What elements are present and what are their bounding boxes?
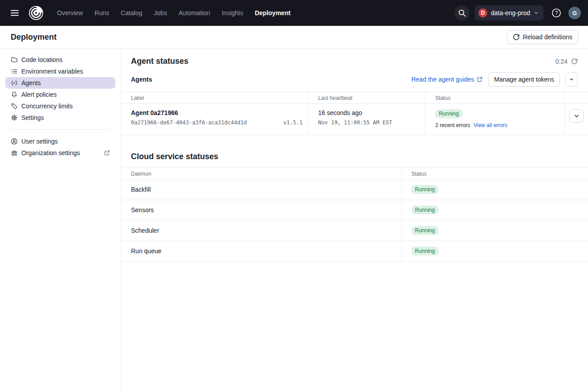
column-header-last-heartbeat: Last heartbeat (308, 92, 425, 104)
manage-agent-tokens-button[interactable]: Manage agent tokens (488, 72, 560, 86)
bell-icon (11, 91, 18, 98)
sidebar-item-code-locations[interactable]: Code locations (5, 54, 115, 66)
agent-expander-cell (565, 104, 588, 135)
nav-item-jobs[interactable]: Jobs (154, 9, 167, 16)
agent-heartbeat-cell: 16 seconds ago Nov 19, 11:00:55 AM EST (308, 104, 425, 135)
sidebar-item-concurrency-limits[interactable]: Concurrency limits (5, 100, 115, 112)
sidebar-item-user-settings[interactable]: User settings (5, 136, 115, 147)
page-title: Deployment (11, 33, 57, 42)
nav-item-insights[interactable]: Insights (222, 9, 243, 16)
agent-expand-button[interactable] (569, 109, 584, 123)
sidebar-item-settings[interactable]: Settings (5, 112, 115, 123)
nav-item-deployment[interactable]: Deployment (255, 9, 290, 16)
column-header-daemon: Daemon (121, 168, 401, 180)
agents-actions: Read the agent guides Manage agent token… (411, 72, 578, 86)
refresh-countdown: 0:24 (555, 58, 578, 65)
manage-agent-tokens-label: Manage agent tokens (494, 76, 554, 83)
external-link-icon (104, 150, 110, 156)
status-badge: Running (412, 226, 439, 235)
top-nav: Overview Runs Catalog Jobs Automation In… (0, 0, 588, 26)
reload-definitions-button[interactable]: Reload definitions (507, 30, 578, 44)
nav-item-runs[interactable]: Runs (94, 9, 109, 16)
daemon-status-cell: Running (401, 180, 588, 200)
nav-item-overview[interactable]: Overview (57, 9, 83, 16)
agent-name: Agent 0a271966 (131, 109, 302, 116)
sidebar-item-label: Organization settings (21, 149, 80, 156)
hamburger-menu-button[interactable] (7, 5, 22, 21)
nav-item-catalog[interactable]: Catalog (121, 9, 142, 16)
reload-definitions-label: Reload definitions (523, 33, 572, 41)
folder-icon (11, 56, 18, 63)
cloud-services-table: Daemon Status Backfill Running Sensors R… (121, 168, 588, 262)
sidebar-item-agents[interactable]: Agents (5, 77, 115, 89)
user-avatar[interactable]: G (568, 7, 581, 19)
external-link-icon (477, 76, 483, 82)
deployment-name: data-eng-prod (491, 9, 530, 16)
agent-guides-link[interactable]: Read the agent guides (411, 76, 483, 83)
sidebar-item-label: Alert policies (21, 91, 57, 98)
main-nav-menu: Overview Runs Catalog Jobs Automation In… (57, 9, 290, 16)
svg-text:?: ? (555, 10, 558, 16)
agent-tokens-dropdown-button[interactable] (565, 72, 578, 86)
reload-icon (513, 33, 520, 41)
agents-subtitle: Agents (131, 76, 152, 83)
status-badge: Running (412, 247, 439, 255)
daemon-name: Backfill (121, 180, 401, 200)
agent-icon (11, 79, 18, 86)
agent-guides-link-label: Read the agent guides (411, 76, 474, 83)
daemon-status-cell: Running (401, 221, 588, 241)
chevron-down-icon (574, 113, 580, 119)
cloud-service-statuses-header: Cloud service statuses (121, 135, 588, 168)
dagster-logo[interactable] (28, 4, 45, 21)
agent-statuses-header: Agent statuses 0:24 (121, 49, 588, 70)
agents-toolbar: Agents Read the agent guides Manage agen… (121, 70, 588, 92)
daemon-row-sensors: Sensors Running (121, 200, 588, 221)
agent-version: v1.5.1 (283, 119, 302, 126)
column-header-status: Status (401, 168, 588, 180)
tag-icon (11, 103, 18, 110)
sidebar-item-environment-variables[interactable]: Environment variables (5, 66, 115, 77)
sidebar-item-label: Settings (21, 114, 44, 121)
status-badge: Running (412, 185, 439, 194)
env-vars-icon (11, 68, 18, 75)
column-header-status: Status (425, 92, 565, 104)
daemon-row-backfill: Backfill Running (121, 180, 588, 200)
sidebar-item-organization-settings[interactable]: Organization settings (5, 147, 115, 159)
hamburger-icon (10, 8, 20, 18)
refresh-icon[interactable] (571, 58, 578, 65)
search-button[interactable] (454, 5, 470, 21)
chevron-down-icon (569, 77, 574, 82)
daemon-name: Run queue (121, 241, 401, 262)
help-button[interactable]: ? (549, 5, 564, 21)
agent-statuses-title: Agent statuses (131, 57, 188, 66)
view-all-errors-link[interactable]: View all errors (474, 122, 507, 128)
sidebar-item-label: Concurrency limits (21, 103, 73, 110)
daemon-row-scheduler: Scheduler Running (121, 221, 588, 241)
agent-label-cell: Agent 0a271966 0a271966-de67-4043-a3f6-a… (121, 104, 308, 135)
sidebar-item-label: User settings (21, 138, 58, 145)
status-badge: Running (412, 206, 439, 214)
deployment-badge: D (478, 8, 487, 17)
agent-status-cell: Running 2 recent errors View all errors (425, 104, 565, 135)
person-icon (11, 138, 18, 145)
agent-id: 0a271966-de67-4043-a3f6-aca31dc44d1d (131, 119, 247, 126)
agents-table: Label Last heartbeat Status Agent 0a2719… (121, 92, 588, 135)
sidebar-item-alert-policies[interactable]: Alert policies (5, 89, 115, 100)
sidebar-item-label: Environment variables (21, 68, 83, 75)
question-circle-icon: ? (551, 8, 561, 18)
nav-item-automation[interactable]: Automation (179, 9, 210, 16)
daemon-name: Scheduler (121, 221, 401, 241)
heartbeat-timestamp: Nov 19, 11:00:55 AM EST (318, 119, 420, 126)
cloud-service-statuses-title: Cloud service statuses (131, 152, 218, 161)
gear-icon (11, 114, 18, 121)
chevron-down-icon (534, 10, 539, 16)
search-icon (458, 9, 466, 17)
countdown-value: 0:24 (555, 58, 568, 65)
page-header: Deployment Reload definitions (0, 26, 588, 49)
daemon-name: Sensors (121, 200, 401, 221)
daemon-status-cell: Running (401, 241, 588, 262)
sidebar-item-label: Code locations (21, 56, 63, 63)
recent-errors-text: 2 recent errors (435, 122, 470, 128)
deployment-switcher[interactable]: D data-eng-prod (475, 5, 543, 21)
sidebar-divider (9, 129, 112, 130)
